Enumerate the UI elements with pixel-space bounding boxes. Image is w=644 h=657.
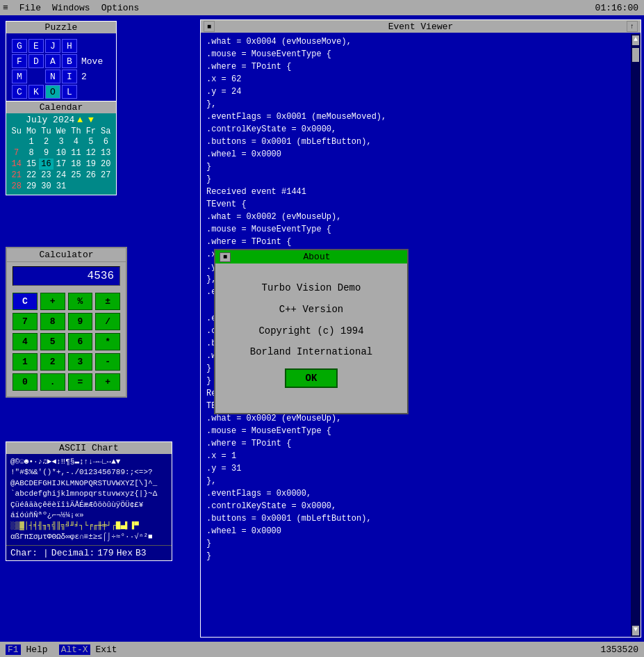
- cal-cell[interactable]: 1: [24, 136, 38, 147]
- calc-btn-4[interactable]: 4: [13, 333, 38, 350]
- puzzle-cell-J[interactable]: J: [45, 39, 60, 53]
- dialog-ok-button[interactable]: OK: [285, 368, 338, 388]
- cal-cell[interactable]: [9, 136, 24, 147]
- cal-cell[interactable]: 22: [24, 170, 38, 181]
- puzzle-cell-H[interactable]: H: [62, 39, 77, 53]
- menu-file[interactable]: File: [19, 3, 41, 13]
- ev-line: .mouse = MouseEventType {: [206, 425, 635, 437]
- cal-cell[interactable]: 29: [24, 181, 38, 192]
- puzzle-count-label: 2: [81, 72, 87, 82]
- cal-cell[interactable]: 23: [39, 170, 53, 181]
- calc-btn-plusminus[interactable]: ±: [95, 293, 120, 310]
- cal-cell[interactable]: 19: [83, 159, 98, 170]
- cal-cell[interactable]: 17: [53, 159, 68, 170]
- dialog-title: About: [231, 252, 403, 262]
- calc-btn-5[interactable]: 5: [40, 333, 65, 350]
- calc-btn-minus[interactable]: -: [95, 353, 120, 371]
- status-left: F1 Help Alt-X Exit: [6, 644, 117, 655]
- menu-options[interactable]: Options: [101, 3, 140, 13]
- calc-btn-plus-top[interactable]: +: [40, 293, 65, 310]
- calc-btn-multiply[interactable]: *: [95, 333, 120, 350]
- calc-btn-3[interactable]: 3: [68, 353, 93, 371]
- calc-btn-equals[interactable]: =: [68, 373, 93, 391]
- day-tu: Tu: [39, 127, 53, 136]
- calc-btn-C[interactable]: C: [13, 293, 38, 310]
- ascii-line-8: αßΓπΣσµτΦΘΩδ∞φε∩≡±≥≤⌠⌡÷≈°∙·√ⁿ²■: [10, 532, 167, 542]
- cal-cell[interactable]: 11: [69, 147, 83, 159]
- cal-cell[interactable]: 9: [39, 147, 53, 159]
- cal-cell[interactable]: 15: [24, 159, 38, 170]
- cal-cell[interactable]: 31: [53, 181, 68, 192]
- status-altx[interactable]: Alt-X Exit: [59, 644, 117, 655]
- calc-btn-8[interactable]: 8: [40, 313, 65, 330]
- cal-cell[interactable]: 14: [9, 159, 24, 170]
- calc-btn-plus-bot[interactable]: +: [95, 373, 120, 391]
- puzzle-cell-G[interactable]: G: [12, 39, 27, 53]
- ev-line: .where = TPoint {: [206, 236, 635, 248]
- puzzle-cell-N[interactable]: N: [45, 70, 60, 83]
- cal-cell[interactable]: 25: [69, 170, 83, 181]
- dialog-titlebar: ■ About: [215, 250, 407, 263]
- puzzle-cell-A[interactable]: A: [45, 54, 60, 68]
- puzzle-row-2: F D A B Move: [12, 54, 110, 68]
- dialog-close-btn[interactable]: ■: [220, 252, 231, 262]
- scrollbar-up-arrow[interactable]: ▲: [632, 35, 639, 45]
- cal-cell[interactable]: 20: [99, 159, 113, 170]
- puzzle-cell-C[interactable]: C: [12, 85, 27, 99]
- puzzle-cell-E[interactable]: E: [28, 39, 44, 53]
- calc-btn-2[interactable]: 2: [40, 353, 65, 371]
- menu-windows[interactable]: Windows: [52, 3, 90, 13]
- cal-cell[interactable]: 10: [53, 147, 68, 159]
- calc-btn-dot[interactable]: .: [40, 373, 65, 391]
- calc-btn-9[interactable]: 9: [68, 313, 93, 330]
- cal-cell[interactable]: 8: [24, 147, 38, 159]
- cal-cell[interactable]: 13: [99, 147, 113, 159]
- viewer-scroll-btn[interactable]: ↑: [627, 21, 638, 32]
- calc-btn-1[interactable]: 1: [13, 353, 38, 371]
- puzzle-cell-D[interactable]: D: [28, 54, 44, 68]
- puzzle-cell-F[interactable]: F: [12, 54, 27, 68]
- calc-btn-divide[interactable]: /: [95, 313, 120, 330]
- cal-cell[interactable]: 30: [39, 181, 53, 192]
- calendar-nav-down[interactable]: ▼: [88, 115, 94, 125]
- calc-btn-6[interactable]: 6: [68, 333, 93, 350]
- puzzle-cell-M[interactable]: M: [12, 70, 27, 83]
- ev-line: }: [206, 550, 635, 562]
- puzzle-cell-B[interactable]: B: [62, 54, 77, 68]
- event-viewer-scrollbar[interactable]: ▲ ▼: [631, 34, 641, 637]
- calc-btn-7[interactable]: 7: [13, 313, 38, 330]
- ev-line: .x = 62: [206, 73, 635, 86]
- day-th: Th: [69, 127, 83, 136]
- ev-line: .what = 0x0002 (evMouseUp),: [206, 211, 635, 223]
- cal-cell[interactable]: 5: [83, 136, 98, 147]
- puzzle-cell-L[interactable]: L: [62, 85, 77, 99]
- cal-cell[interactable]: 7: [9, 147, 24, 159]
- viewer-close-btn[interactable]: ■: [204, 21, 215, 32]
- cal-cell-today[interactable]: 16: [39, 159, 53, 170]
- ascii-line-7: ░▒▓│┤╡╢╖╕╣║╗╝╜╛┐└╒╓╫╪┘┌█▄▌▐▀: [10, 521, 167, 531]
- calc-btn-percent[interactable]: %: [68, 293, 93, 310]
- cal-cell[interactable]: 2: [39, 136, 53, 147]
- scrollbar-down-arrow[interactable]: ▼: [632, 626, 639, 635]
- puzzle-row-3: M N I 2: [12, 70, 110, 83]
- scrollbar-thumb[interactable]: [632, 48, 639, 62]
- status-f1[interactable]: F1 Help: [6, 644, 48, 655]
- cal-cell[interactable]: 18: [69, 159, 83, 170]
- cal-cell[interactable]: 27: [99, 170, 113, 181]
- ascii-line-5: ÇüéâäàçêëèïîìÄÅÉæÆôöòûùÿÖÜ¢£¥: [10, 500, 167, 510]
- cal-cell[interactable]: 28: [9, 181, 24, 192]
- cal-cell[interactable]: 21: [9, 170, 24, 181]
- menubar: ≡ File Windows Options 01:16:00: [0, 0, 644, 15]
- calc-btn-0[interactable]: 0: [13, 373, 38, 391]
- cal-cell[interactable]: 26: [83, 170, 98, 181]
- puzzle-cell-O[interactable]: O: [45, 85, 60, 99]
- cal-cell[interactable]: 6: [99, 136, 113, 147]
- cal-cell[interactable]: 3: [53, 136, 68, 147]
- puzzle-cell-I[interactable]: I: [62, 70, 77, 83]
- calendar-nav-up[interactable]: ▲: [77, 115, 83, 125]
- cal-cell[interactable]: 24: [53, 170, 68, 181]
- ev-line: .what = 0x0004 (evMouseMove),: [206, 35, 635, 48]
- puzzle-cell-K[interactable]: K: [28, 85, 44, 99]
- cal-cell[interactable]: 12: [83, 147, 98, 159]
- cal-cell[interactable]: 4: [69, 136, 83, 147]
